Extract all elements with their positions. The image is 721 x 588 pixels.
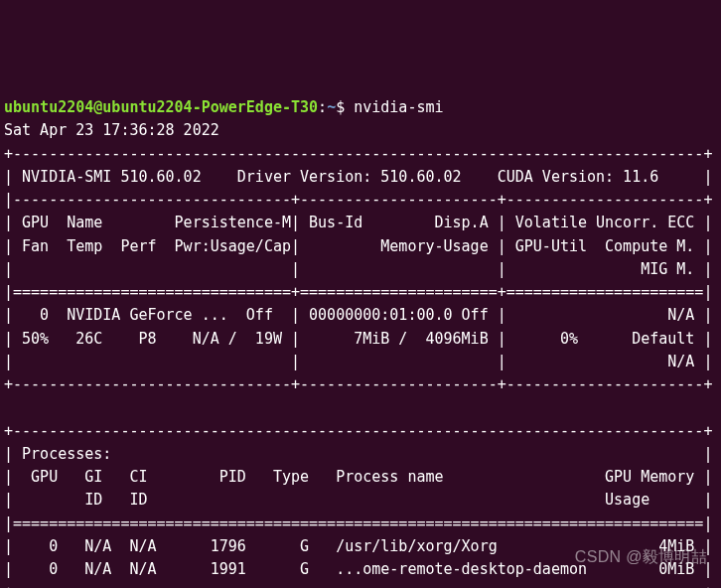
table-sep1: |-------------------------------+-------… (4, 191, 712, 209)
prompt-colon: : (318, 98, 327, 116)
output-timestamp: Sat Apr 23 17:36:28 2022 (4, 121, 219, 139)
proc-sep: |=======================================… (4, 514, 712, 532)
process-row-1: | 0 N/A N/A 1796 G /usr/lib/xorg/Xorg 4M… (4, 537, 712, 555)
column-header-1: | GPU Name Persistence-M| Bus-Id Disp.A … (4, 214, 712, 231)
prompt-path: ~ (327, 98, 336, 116)
gpu-row-2: | 50% 26C P8 N/A / 19W | 7MiB / 4096MiB … (4, 330, 712, 348)
gpu-row-3: | | | N/A | (4, 353, 712, 370)
table-border-top: +---------------------------------------… (4, 145, 712, 163)
prompt-dollar: $ (336, 98, 354, 116)
proc-header-2: | ID ID Usage | (4, 491, 712, 509)
command-input[interactable]: nvidia-smi (354, 98, 443, 116)
column-header-2: | Fan Temp Perf Pwr:Usage/Cap| Memory-Us… (4, 237, 712, 255)
prompt-host: ubuntu2204-PowerEdge-T30 (102, 98, 318, 116)
prompt-user: ubuntu2204 (4, 98, 93, 116)
table-sep-eq: |===============================+=======… (4, 283, 712, 301)
table-border-mid: +-------------------------------+-------… (4, 375, 712, 393)
proc-border-bottom: +---------------------------------------… (4, 583, 712, 588)
proc-border-top: +---------------------------------------… (4, 422, 712, 440)
header-version-line: | NVIDIA-SMI 510.60.02 Driver Version: 5… (4, 168, 712, 186)
process-row-2: | 0 N/A N/A 1991 G ...ome-remote-desktop… (4, 560, 712, 578)
proc-header-1: | GPU GI CI PID Type Process name GPU Me… (4, 468, 712, 486)
processes-title: | Processes: | (4, 445, 712, 463)
gpu-row-1: | 0 NVIDIA GeForce ... Off | 00000000:01… (4, 306, 712, 324)
column-header-3: | | | MIG M. | (4, 260, 712, 278)
blank-line (4, 398, 712, 416)
prompt-at: @ (93, 98, 102, 116)
